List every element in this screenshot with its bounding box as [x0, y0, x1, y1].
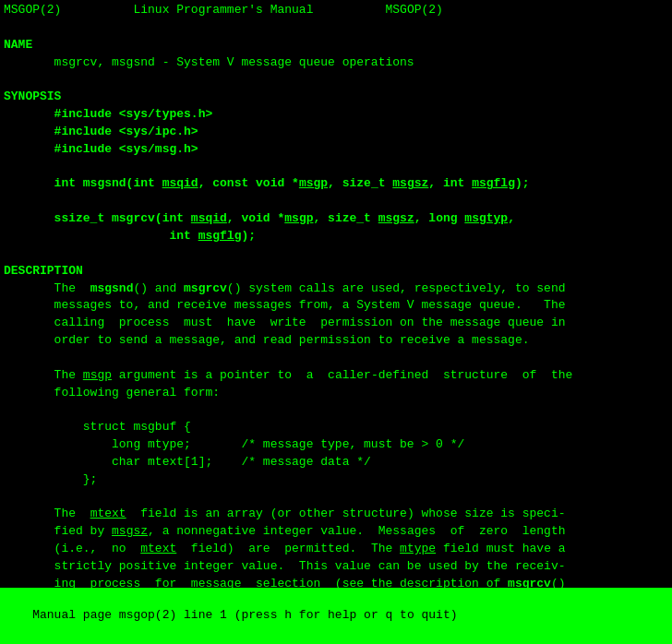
desc-line1: The msgsnd() and msgrcv() system calls a… — [4, 280, 668, 298]
synopsis-line3: #include <sys/msg.h> — [4, 141, 668, 159]
header-line: MSGOP(2) Linux Programmer's Manual MSGOP… — [4, 2, 668, 19]
desc-mtext-line2: fied by msgsz, a nonnegative integer val… — [4, 523, 668, 541]
description-label: DESCRIPTION — [4, 263, 668, 280]
content-area: MSGOP(2) Linux Programmer's Manual MSGOP… — [4, 2, 668, 622]
synopsis-label: SYNOPSIS — [4, 89, 668, 106]
header-center: Linux Programmer's Manual — [61, 3, 385, 17]
blank-line-1 — [4, 19, 668, 37]
terminal: MSGOP(2) Linux Programmer's Manual MSGOP… — [0, 0, 672, 644]
status-bar-text: Manual page msgop(2) line 1 (press h for… — [32, 608, 457, 622]
desc-mtext-line3: (i.e., no mtext field) are permitted. Th… — [4, 541, 668, 558]
synopsis-line2: #include <sys/ipc.h> — [4, 124, 668, 141]
desc-line4: order to send a message, and read permis… — [4, 332, 668, 350]
blank-line-3 — [4, 245, 668, 263]
synopsis-msgrcv1: ssize_t msgrcv(int msqid, void *msgp, si… — [4, 210, 668, 228]
desc-msgp-line: The msgp argument is a pointer to a call… — [4, 367, 668, 385]
blank-line-2 — [4, 71, 668, 89]
desc-blank2 — [4, 401, 668, 419]
desc-line2: messages to, and receive messages from, … — [4, 297, 668, 315]
desc-mtext-line1: The mtext field is an array (or other st… — [4, 506, 668, 523]
synopsis-line1: #include <sys/types.h> — [4, 106, 668, 124]
header-right: MSGOP(2) — [385, 3, 442, 17]
desc-struct-mtext: char mtext[1]; /* message data */ — [4, 454, 668, 471]
desc-struct-mtype: long mtype; /* message type, must be > 0… — [4, 436, 668, 454]
synopsis-msgrcv2: int msgflg); — [4, 228, 668, 245]
desc-blank1 — [4, 350, 668, 367]
status-bar: Manual page msgop(2) line 1 (press h for… — [0, 588, 672, 644]
desc-following: following general form: — [4, 385, 668, 402]
synopsis-msgsnd: int msgsnd(int msqid, const void *msgp, … — [4, 175, 668, 193]
name-content: msgrcv, msgsnd - System V message queue … — [4, 54, 668, 72]
desc-mtext-line4: strictly positive integer value. This va… — [4, 558, 668, 576]
synopsis-blank — [4, 159, 668, 176]
desc-struct-open: struct msgbuf { — [4, 419, 668, 436]
header-left: MSGOP(2) — [4, 3, 61, 17]
synopsis-blank2 — [4, 193, 668, 210]
desc-line3: calling process must have write permissi… — [4, 315, 668, 332]
desc-struct-close: }; — [4, 471, 668, 489]
desc-blank3 — [4, 489, 668, 507]
name-label: NAME — [4, 37, 668, 54]
